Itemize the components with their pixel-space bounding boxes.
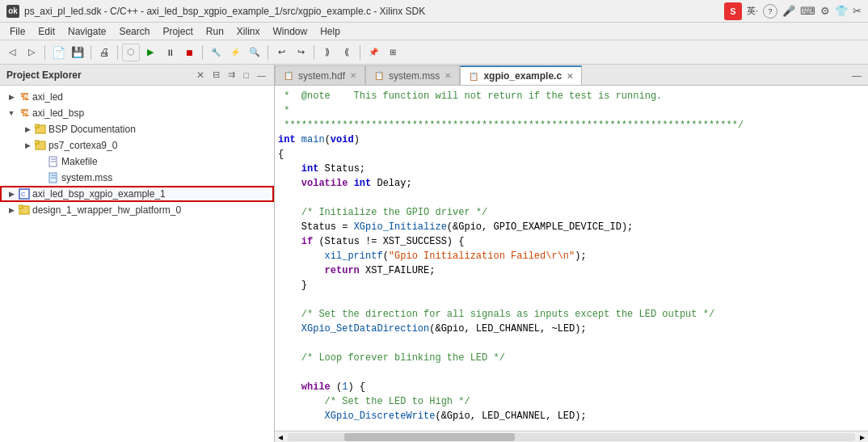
code-line-18 xyxy=(275,336,868,351)
tree-item-bsp-docs[interactable]: ▶ BSP Documentation xyxy=(0,121,274,137)
toolbar-pin[interactable]: 📌 xyxy=(364,44,382,61)
toolbar-next[interactable]: ⟫ xyxy=(318,44,336,61)
code-content-1: * @note This function will not return if… xyxy=(275,89,868,103)
toolbar-new[interactable]: 📄 xyxy=(49,44,67,61)
toolbar-run[interactable]: ▶ xyxy=(141,44,159,61)
menu-file[interactable]: File xyxy=(3,24,32,39)
toolbar-ref[interactable]: ⊞ xyxy=(384,44,402,61)
toolbar-icon-4[interactable]: ⚙ xyxy=(820,5,830,17)
code-content-18 xyxy=(275,336,868,351)
code-content-12: xil_printf("Gpio Initialization Failed\r… xyxy=(275,249,868,263)
toolbar-undo[interactable]: ↩ xyxy=(272,44,290,61)
tab-c-close[interactable]: ✕ xyxy=(567,72,573,81)
tree-item-system-mss[interactable]: ▶ system.mss xyxy=(0,170,274,186)
editor-panel: 📋 system.hdf ✕ 📋 system.mss ✕ 📋 xgpio_ex… xyxy=(275,65,868,442)
tab-hdf-icon: 📋 xyxy=(284,71,293,80)
editor-minimize-btn[interactable]: — xyxy=(845,67,868,85)
toolbar-redo[interactable]: ↪ xyxy=(292,44,310,61)
main-layout: Project Explorer ✕ ⊟ ⇉ □ — ▶ 🏗 axi_led ▼… xyxy=(0,65,868,442)
scroll-thumb[interactable] xyxy=(344,433,515,441)
toolbar-save[interactable]: 💾 xyxy=(69,44,86,61)
tree-item-design1[interactable]: ▶ design_1_wrapper_hw_platform_0 xyxy=(0,202,274,218)
code-line-20 xyxy=(275,365,868,380)
tree-item-makefile[interactable]: ▶ Makefile xyxy=(0,154,274,170)
menu-xilinx[interactable]: Xilinx xyxy=(230,24,267,39)
code-line-12: xil_printf("Gpio Initialization Failed\r… xyxy=(275,249,868,263)
icon-design1 xyxy=(18,204,31,217)
tree-item-axi-led[interactable]: ▶ 🏗 axi_led xyxy=(0,89,274,105)
icon-makefile xyxy=(47,155,60,168)
scroll-track[interactable] xyxy=(288,433,855,441)
svg-rect-13 xyxy=(19,205,23,208)
bottom-scrollbar[interactable]: ◂ ▸ xyxy=(275,431,868,442)
tab-system-hdf[interactable]: 📋 system.hdf ✕ xyxy=(275,65,365,85)
toolbar-icon-3[interactable]: ⌨ xyxy=(800,5,815,17)
code-content-22: /* Set the LED to High */ xyxy=(275,394,868,409)
sep5 xyxy=(268,45,268,60)
menu-help[interactable]: Help xyxy=(314,24,347,39)
tab-system-mss[interactable]: 📋 system.mss ✕ xyxy=(365,65,460,85)
tab-xgpio-example[interactable]: 📋 xgpio_example.c ✕ xyxy=(460,65,582,85)
panel-maximize-btn[interactable]: □ xyxy=(242,69,251,82)
icon-axi-led-bsp: 🏗 xyxy=(18,107,31,120)
panel-layout-btn[interactable]: ⊟ xyxy=(211,68,221,82)
icon-bsp-docs xyxy=(34,123,47,136)
lang-icon[interactable]: 英· xyxy=(747,5,758,17)
panel-arrows-btn[interactable]: ⇉ xyxy=(226,68,237,82)
tree-item-example1[interactable]: ▶ C axi_led_bsp_xgpio_example_1 xyxy=(0,186,274,202)
arrow-example1: ▶ xyxy=(6,189,16,199)
toolbar-tool2[interactable]: ⚡ xyxy=(226,44,244,61)
toolbar-debug[interactable]: ⬡ xyxy=(122,44,140,61)
tab-mss-close[interactable]: ✕ xyxy=(445,71,451,80)
toolbar-run2[interactable]: ⏸ xyxy=(161,44,179,61)
toolbar: ◁ ▷ 📄 💾 🖨 ⬡ ▶ ⏸ ⏹ 🔧 ⚡ 🔍 ↩ ↪ ⟫ ⟪ 📌 ⊞ xyxy=(0,40,868,65)
code-line-22: /* Set the LED to High */ xyxy=(275,394,868,409)
project-explorer-panel: Project Explorer ✕ ⊟ ⇉ □ — ▶ 🏗 axi_led ▼… xyxy=(0,65,275,442)
tree-item-axi-led-bsp[interactable]: ▼ 🏗 axi_led_bsp xyxy=(0,105,274,121)
label-system-mss: system.mss xyxy=(61,172,112,183)
tree-item-ps7[interactable]: ▶ ps7_cortexa9_0 xyxy=(0,137,274,154)
menu-edit[interactable]: Edit xyxy=(32,24,61,39)
toolbar-icon-6[interactable]: ✂ xyxy=(853,5,862,17)
toolbar-forward[interactable]: ▷ xyxy=(23,44,40,61)
panel-title: Project Explorer xyxy=(6,69,190,81)
toolbar-icon-5[interactable]: 👕 xyxy=(835,5,848,17)
code-line-16: /* Set the direction for all signals as … xyxy=(275,307,868,322)
toolbar-icon-2[interactable]: 🎤 xyxy=(782,5,795,17)
code-content-7: volatile int Delay; xyxy=(275,176,868,191)
menu-navigate[interactable]: Navigate xyxy=(61,24,112,39)
toolbar-back[interactable]: ◁ xyxy=(3,44,21,61)
toolbar-prev[interactable]: ⟪ xyxy=(338,44,356,61)
toolbar-print[interactable]: 🖨 xyxy=(95,44,113,61)
sogou-icon[interactable]: S xyxy=(724,2,742,20)
toolbar-tool1[interactable]: 🔧 xyxy=(207,44,225,61)
panel-minimize-btn[interactable]: — xyxy=(255,69,268,82)
panel-close-btn[interactable]: ✕ xyxy=(195,68,206,82)
code-line-13: return XST_FAILURE; xyxy=(275,263,868,278)
label-axi-led-bsp: axi_led_bsp xyxy=(32,107,84,119)
code-content-24 xyxy=(275,423,868,431)
svg-rect-3 xyxy=(35,141,39,144)
menu-search[interactable]: Search xyxy=(112,24,156,39)
arrow-design1: ▶ xyxy=(6,205,16,215)
tab-hdf-close[interactable]: ✕ xyxy=(350,71,356,80)
label-makefile: Makefile xyxy=(61,156,98,167)
code-editor[interactable]: * @note This function will not return if… xyxy=(275,86,868,431)
code-content-3: ****************************************… xyxy=(275,118,868,133)
toolbar-stop[interactable]: ⏹ xyxy=(180,44,198,61)
code-line-4: int main(void) xyxy=(275,133,868,147)
menu-run[interactable]: Run xyxy=(200,24,230,39)
code-content-10: Status = XGpio_Initialize(&Gpio, GPIO_EX… xyxy=(275,220,868,234)
menu-project[interactable]: Project xyxy=(156,24,199,39)
window-title: ps_axi_pl_led.sdk - C/C++ - axi_led_bsp_… xyxy=(24,6,425,17)
scroll-left-btn[interactable]: ◂ xyxy=(275,431,286,443)
label-axi-led: axi_led xyxy=(32,91,63,103)
code-line-14: } xyxy=(275,278,868,293)
code-line-5: { xyxy=(275,147,868,162)
arrow-bsp-docs: ▶ xyxy=(23,124,32,134)
menu-window[interactable]: Window xyxy=(267,24,314,39)
toolbar-search2[interactable]: 🔍 xyxy=(246,44,263,61)
toolbar-icon-1[interactable]: ? xyxy=(763,4,777,19)
svg-rect-1 xyxy=(35,124,39,128)
scroll-right-btn[interactable]: ▸ xyxy=(857,431,868,443)
